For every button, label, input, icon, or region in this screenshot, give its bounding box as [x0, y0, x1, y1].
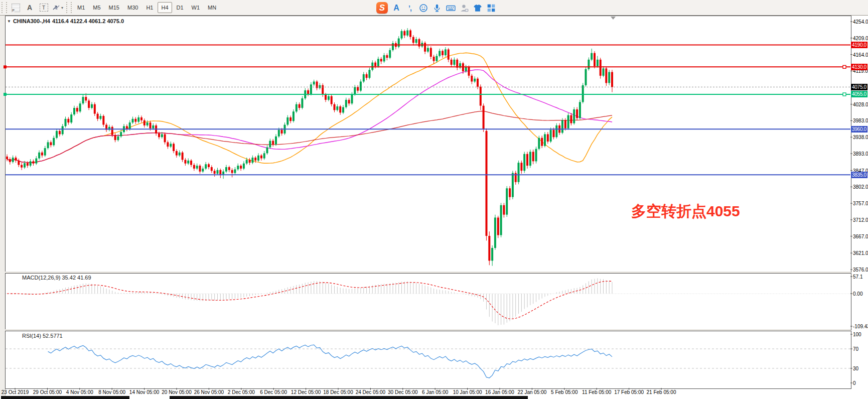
timeframe-button-m5[interactable]: M5 — [89, 2, 104, 13]
indicator-tick-label: 30 — [853, 366, 868, 371]
price-tick-label: 3802.0 — [853, 184, 868, 190]
timeframe-button-m15[interactable]: M15 — [105, 2, 123, 13]
chart-shift-marker-icon[interactable] — [611, 17, 616, 20]
date-tick-label: 23 Oct 2019 — [2, 389, 29, 395]
price-tick-label: 3983.0 — [853, 118, 868, 123]
price-tick-label: 3938.0 — [853, 135, 868, 140]
rsi-value: 52.5771 — [43, 333, 63, 339]
price-tick-label: 3667.0 — [853, 234, 868, 239]
date-tick-label: 21 Feb 05:00 — [647, 389, 676, 395]
bottom-scrollbar-segment[interactable] — [1, 396, 129, 399]
date-tick-label: 16 Jan 05:00 — [485, 389, 514, 395]
macd-signal-value: 41.69 — [77, 275, 91, 281]
price-chart-panel[interactable] — [5, 16, 851, 273]
swap-arrows-icon — [52, 4, 60, 11]
date-tick-label: 5 Feb 05:00 — [551, 389, 577, 395]
date-tick-label: 10 Jan 05:00 — [453, 389, 482, 395]
ime-language-icon[interactable]: A — [391, 3, 401, 13]
arrange-tool-button[interactable]: ▾ — [51, 2, 64, 14]
timeframe-button-h4[interactable]: H4 — [158, 2, 172, 13]
date-tick-label: 11 Feb 05:00 — [582, 389, 611, 395]
date-tick-label: 17 Feb 05:00 — [614, 389, 644, 395]
date-tick-label: 12 Dec 05:00 — [291, 389, 321, 395]
price-tick-label: 3621.0 — [853, 250, 868, 256]
price-level-badge: 3960.0 — [851, 126, 867, 132]
timeframe-button-m30[interactable]: M30 — [124, 2, 141, 13]
indicator-tick-label: 57.1 — [853, 274, 868, 280]
timeframe-button-h1[interactable]: H1 — [142, 2, 157, 13]
chart-ohlc-values: 4116.4 4122.4 4061.2 4075.0 — [52, 18, 124, 24]
font-tool-button[interactable]: A — [23, 2, 36, 14]
toolbar-drag-grip[interactable] — [66, 2, 72, 13]
price-tick-label: 4164.0 — [853, 52, 868, 58]
date-tick-label: 4 Nov 05:00 — [66, 389, 93, 395]
date-tick-label: 24 Dec 05:00 — [356, 389, 386, 395]
price-tick-label: 3757.0 — [853, 201, 868, 206]
price-level-badge: 4055.0 — [851, 91, 867, 97]
macd-indicator-label: MACD(12,26,9) 35.42 41.69 — [22, 275, 91, 281]
chart-title[interactable]: ▼ CHINA300-,H4 4116.4 4122.4 4061.2 4075… — [7, 18, 124, 24]
indicator-tick-label: 100 — [853, 332, 868, 337]
price-tick-label: 4254.0 — [853, 19, 868, 25]
top-toolbar: F A T ▾ M1M5M15M30H1H4D1W1MN S A ’, — [0, 0, 868, 16]
ime-skin-icon[interactable] — [473, 3, 483, 13]
date-tick-label: 18 Dec 05:00 — [323, 389, 353, 395]
date-tick-label: 22 Jan 05:00 — [517, 389, 546, 395]
grid-f-icon: F — [12, 4, 20, 12]
text-label-tool-button[interactable]: T — [37, 2, 50, 14]
date-tick-label: 14 Nov 05:00 — [129, 389, 160, 395]
date-tick-label: 6 Jan 05:00 — [422, 389, 448, 395]
price-tick-label: 3712.0 — [853, 217, 868, 223]
price-level-badge: 4190.0 — [851, 42, 867, 48]
date-tick-label: 30 Dec 05:00 — [388, 389, 418, 395]
price-tick-label: 4028.0 — [853, 102, 868, 107]
ime-voice-icon[interactable] — [432, 3, 442, 13]
date-tick-label: 8 Nov 05:00 — [98, 389, 125, 395]
macd-main-value: 35.42 — [62, 275, 76, 281]
toolbar-drag-grip[interactable] — [2, 2, 7, 13]
chevron-down-icon: ▼ — [7, 19, 11, 24]
rsi-indicator-label: RSI(14) 52.5771 — [22, 333, 63, 339]
date-tick-label: 26 Nov 05:00 — [194, 389, 224, 395]
ime-toolbar: S A ’, — [376, 2, 496, 14]
ime-toolbox-icon[interactable] — [486, 3, 496, 13]
sogou-logo-icon[interactable]: S — [376, 2, 388, 14]
indicator-tick-label: 0 — [853, 380, 868, 386]
rsi-panel[interactable] — [5, 331, 851, 389]
price-tick-label: 3576.0 — [853, 267, 868, 273]
price-tick-label: 4209.0 — [853, 36, 868, 41]
timeframe-bar: M1M5M15M30H1H4D1W1MN — [73, 2, 220, 13]
date-tick-label: 29 Oct 05:00 — [33, 389, 62, 395]
ime-punctuation-icon[interactable]: ’, — [405, 3, 415, 13]
timeframe-button-w1[interactable]: W1 — [188, 2, 204, 13]
price-level-badge: 3835.0 — [851, 172, 867, 178]
chart-text-annotation[interactable]: 多空转折点4055 — [631, 201, 740, 222]
macd-panel[interactable] — [5, 273, 851, 330]
ime-keyboard-icon[interactable] — [446, 3, 456, 13]
chart-grid-tool-button[interactable]: F — [9, 2, 22, 14]
text-label-icon: T — [40, 4, 48, 12]
font-a-icon: A — [27, 4, 32, 12]
bottom-scrollbar-segment[interactable] — [170, 396, 528, 399]
date-tick-label: 6 Dec 05:00 — [260, 389, 287, 395]
timeframe-button-m1[interactable]: M1 — [74, 2, 88, 13]
ime-emoji-icon[interactable] — [418, 3, 428, 13]
price-level-badge: 4075.0 — [851, 84, 867, 90]
indicator-tick-label: -109.43 — [853, 324, 868, 329]
ime-account-icon[interactable] — [459, 3, 469, 13]
chart-symbol-timeframe: CHINA300-,H4 — [13, 18, 50, 24]
timeframe-button-d1[interactable]: D1 — [173, 2, 187, 13]
chevron-down-icon: ▾ — [61, 6, 63, 10]
price-level-badge: 4130.0 — [851, 64, 867, 70]
indicator-tick-label: 70 — [853, 346, 868, 352]
date-tick-label: 2 Dec 05:00 — [228, 389, 255, 395]
price-tick-label: 3893.0 — [853, 151, 868, 157]
indicator-tick-label: 0.00 — [853, 291, 868, 297]
date-tick-label: 20 Nov 05:00 — [162, 389, 192, 395]
timeframe-button-mn[interactable]: MN — [204, 2, 220, 13]
